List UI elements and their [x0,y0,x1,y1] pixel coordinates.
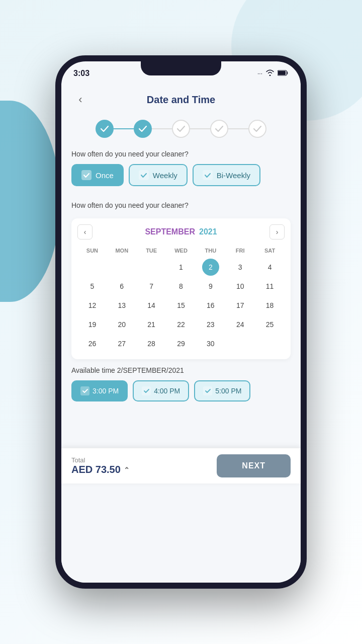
freq-once-button[interactable]: Once [71,164,124,186]
week-1: 1 2 3 4 [77,258,285,277]
cal-day-1[interactable]: 1 [172,259,190,276]
cal-day-26[interactable]: 26 [83,335,101,352]
header-wed: WED [166,246,196,258]
cal-day-12[interactable]: 12 [83,297,101,314]
bottom-bar: Total AED 73.50 ⌃ NEXT [61,448,301,484]
week-4: 19 20 21 22 23 24 25 [77,315,285,334]
week-5: 26 27 28 29 30 [77,334,285,353]
cal-day-13[interactable]: 13 [113,297,130,314]
prev-icon: ‹ [84,228,86,236]
cal-day-19[interactable]: 19 [83,316,101,333]
cal-day-25[interactable]: 25 [261,316,279,333]
cal-day-empty [83,259,101,276]
step-4 [210,120,228,138]
notch [141,61,221,75]
calendar: ‹ SEPTEMBER 2021 › SUN MON TUE WED THU [71,218,291,359]
cal-day-24[interactable]: 24 [232,316,249,333]
cal-day-18[interactable]: 18 [261,297,279,314]
header-sun: SUN [77,246,107,258]
step-3 [172,120,190,138]
total-label: Total [71,456,130,464]
step-line-2-3 [152,128,172,129]
frequency-grid: Once Weekly Bi-Weekly [71,164,291,186]
time-3pm-check [80,386,89,395]
month-year-display: SEPTEMBER 2021 [145,227,217,236]
frequency-section: How often do you need your cleaner? Once… [61,146,301,192]
freq-biweekly-button[interactable]: Bi-Weekly [193,164,260,186]
cal-day-23[interactable]: 23 [202,316,219,333]
back-button[interactable]: ‹ [71,91,89,109]
step-1 [96,120,114,138]
cal-day-27[interactable]: 27 [113,335,130,352]
cal-day-29[interactable]: 29 [172,335,190,352]
cal-day-17[interactable]: 17 [232,297,249,314]
freq-weekly-button[interactable]: Weekly [129,164,188,186]
back-icon: ‹ [78,93,82,106]
cal-day-8[interactable]: 8 [172,278,190,295]
cal-day-30[interactable]: 30 [202,335,219,352]
amount-text: AED 73.50 [71,464,121,475]
cal-day-3[interactable]: 3 [232,259,249,276]
status-icons: ··· [257,69,289,77]
cal-day-7[interactable]: 7 [143,278,160,295]
cal-day-20[interactable]: 20 [113,316,130,333]
calendar-header: ‹ SEPTEMBER 2021 › [77,224,285,239]
phone-content: ‹ Date and Time [61,84,301,583]
time-4pm-button[interactable]: 4:00 PM [133,380,189,401]
step-line-1-2 [114,128,134,129]
caret-up-icon[interactable]: ⌃ [124,466,130,474]
cal-day-22[interactable]: 22 [172,316,190,333]
calendar-label-section: How often do you need your cleaner? [61,197,301,218]
cal-day-empty [261,335,279,352]
time-5pm-check [203,386,212,395]
time-buttons: 3:00 PM 4:00 PM 5:00 PM [71,380,291,401]
time-3pm-label: 3:00 PM [93,387,119,395]
frequency-label: How often do you need your cleaner? [71,150,291,158]
header-fri: FRI [225,246,255,258]
day-headers-row: SUN MON TUE WED THU FRI SAT [77,246,285,258]
step-line-3-4 [190,128,210,129]
week-3: 12 13 14 15 16 17 18 [77,296,285,315]
header: ‹ Date and Time [61,84,301,116]
header-tue: TUE [137,246,166,258]
phone-frame: 3:03 ··· ‹ [55,55,307,589]
cal-day-empty [143,259,160,276]
cal-day-14[interactable]: 14 [143,297,160,314]
step-line-4-5 [228,128,248,129]
cal-day-2[interactable]: 2 [202,259,219,276]
calendar-section-label: How often do you need your cleaner? [71,201,291,209]
signal-icon: ··· [257,70,262,77]
calendar-year: 2021 [199,227,217,236]
cal-day-10[interactable]: 10 [232,278,249,295]
next-button[interactable]: NEXT [217,454,291,477]
calendar-month: SEPTEMBER [145,227,195,236]
next-icon: › [276,228,279,236]
time-4pm-label: 4:00 PM [154,387,180,395]
cal-day-empty [113,259,130,276]
cal-day-15[interactable]: 15 [172,297,190,314]
cal-day-21[interactable]: 21 [143,316,160,333]
time-5pm-label: 5:00 PM [215,387,241,395]
time-3pm-button[interactable]: 3:00 PM [71,380,128,401]
prev-month-button[interactable]: ‹ [77,224,93,239]
progress-steps [61,116,301,146]
next-month-button[interactable]: › [269,224,285,239]
week-2: 5 6 7 8 9 10 11 [77,277,285,296]
total-amount: AED 73.50 ⌃ [71,464,130,475]
time-5pm-button[interactable]: 5:00 PM [194,380,250,401]
total-section: Total AED 73.50 ⌃ [71,456,130,475]
cal-day-16[interactable]: 16 [202,297,219,314]
cal-day-11[interactable]: 11 [261,278,279,295]
cal-day-28[interactable]: 28 [143,335,160,352]
cal-day-4[interactable]: 4 [261,259,279,276]
weekly-label: Weekly [153,171,177,180]
calendar-grid: SUN MON TUE WED THU FRI SAT 1 2 3 4 [77,246,285,353]
header-thu: THU [196,246,225,258]
cal-day-9[interactable]: 9 [202,278,219,295]
cal-day-5[interactable]: 5 [83,278,101,295]
step-2 [134,120,152,138]
weekly-check-icon [139,170,149,180]
biweekly-label: Bi-Weekly [217,171,250,180]
once-check-icon [81,170,92,180]
cal-day-6[interactable]: 6 [113,278,130,295]
